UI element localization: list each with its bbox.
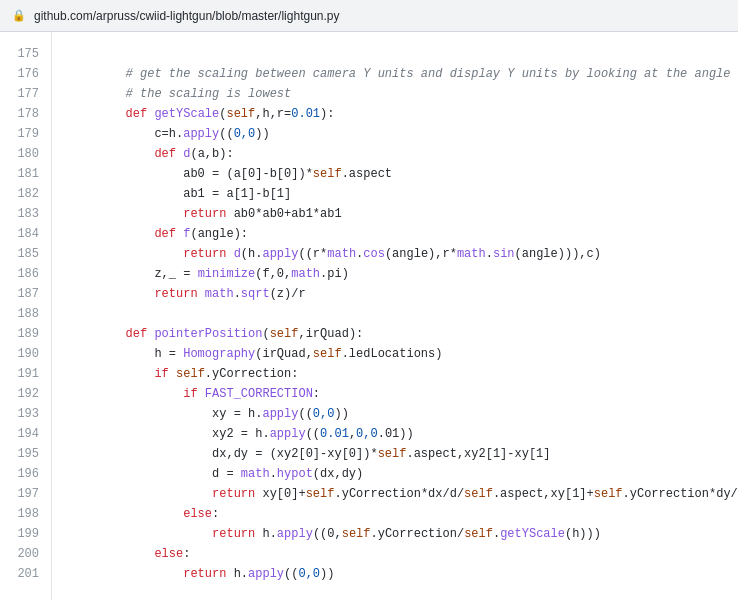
line-number: 193 bbox=[0, 404, 51, 424]
code-line: c=h.apply((0,0)) bbox=[52, 124, 738, 144]
code-line bbox=[52, 304, 738, 324]
line-number: 181 bbox=[0, 164, 51, 184]
code-line bbox=[52, 44, 738, 64]
lock-icon: 🔒 bbox=[12, 9, 26, 22]
line-number: 192 bbox=[0, 384, 51, 404]
line-number: 185 bbox=[0, 244, 51, 264]
code-line: ab1 = a[1]-b[1] bbox=[52, 184, 738, 204]
line-number: 197 bbox=[0, 484, 51, 504]
code-line: ab0 = (a[0]-b[0])*self.aspect bbox=[52, 164, 738, 184]
line-number: 180 bbox=[0, 144, 51, 164]
code-line: dx,dy = (xy2[0]-xy[0])*self.aspect,xy2[1… bbox=[52, 444, 738, 464]
line-number: 194 bbox=[0, 424, 51, 444]
code-line: else: bbox=[52, 504, 738, 524]
line-number: 179 bbox=[0, 124, 51, 144]
code-line: return h.apply((0,self.yCorrection/self.… bbox=[52, 524, 738, 544]
url-bar[interactable]: github.com/arpruss/cwiid-lightgun/blob/m… bbox=[34, 9, 340, 23]
code-line: xy = h.apply((0,0)) bbox=[52, 404, 738, 424]
line-number: 201 bbox=[0, 564, 51, 584]
code-container: 1751761771781791801811821831841851861871… bbox=[0, 32, 738, 600]
code-line: return xy[0]+self.yCorrection*dx/d/self.… bbox=[52, 484, 738, 504]
line-numbers: 1751761771781791801811821831841851861871… bbox=[0, 32, 52, 600]
line-number: 190 bbox=[0, 344, 51, 364]
line-number: 187 bbox=[0, 284, 51, 304]
code-line: return math.sqrt(z)/r bbox=[52, 284, 738, 304]
line-number: 182 bbox=[0, 184, 51, 204]
code-line: def pointerPosition(self,irQuad): bbox=[52, 324, 738, 344]
code-line: # the scaling is lowest bbox=[52, 84, 738, 104]
line-number: 191 bbox=[0, 364, 51, 384]
line-number: 184 bbox=[0, 224, 51, 244]
line-number: 199 bbox=[0, 524, 51, 544]
code-line: def getYScale(self,h,r=0.01): bbox=[52, 104, 738, 124]
line-number: 175 bbox=[0, 44, 51, 64]
line-number: 177 bbox=[0, 84, 51, 104]
code-line: if self.yCorrection: bbox=[52, 364, 738, 384]
code-line: h = Homography(irQuad,self.ledLocations) bbox=[52, 344, 738, 364]
line-number: 178 bbox=[0, 104, 51, 124]
line-number: 188 bbox=[0, 304, 51, 324]
code-line: return ab0*ab0+ab1*ab1 bbox=[52, 204, 738, 224]
line-number: 189 bbox=[0, 324, 51, 344]
line-number: 200 bbox=[0, 544, 51, 564]
code-line: d = math.hypot(dx,dy) bbox=[52, 464, 738, 484]
line-number: 195 bbox=[0, 444, 51, 464]
code-line: z,_ = minimize(f,0,math.pi) bbox=[52, 264, 738, 284]
code-line: def f(angle): bbox=[52, 224, 738, 244]
line-number: 198 bbox=[0, 504, 51, 524]
line-number: 183 bbox=[0, 204, 51, 224]
code-line: return h.apply((0,0)) bbox=[52, 564, 738, 584]
line-number: 186 bbox=[0, 264, 51, 284]
code-line: def d(a,b): bbox=[52, 144, 738, 164]
code-content: # get the scaling between camera Y units… bbox=[52, 32, 738, 600]
line-number: 176 bbox=[0, 64, 51, 84]
browser-bar: 🔒 github.com/arpruss/cwiid-lightgun/blob… bbox=[0, 0, 738, 32]
code-line: xy2 = h.apply((0.01,0,0.01)) bbox=[52, 424, 738, 444]
code-line: # get the scaling between camera Y units… bbox=[52, 64, 738, 84]
code-line: else: bbox=[52, 544, 738, 564]
code-line: if FAST_CORRECTION: bbox=[52, 384, 738, 404]
line-number: 196 bbox=[0, 464, 51, 484]
code-line: return d(h.apply((r*math.cos(angle),r*ma… bbox=[52, 244, 738, 264]
